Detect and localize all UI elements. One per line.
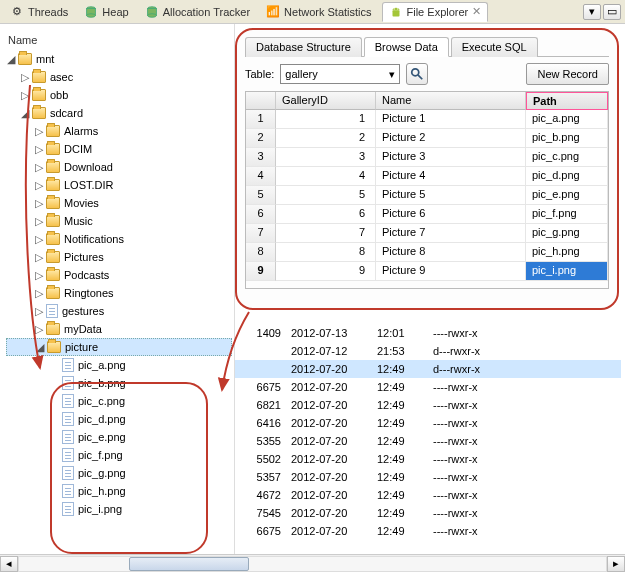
file-permissions: ----rwxr-x <box>433 327 621 339</box>
expand-icon[interactable]: ▷ <box>34 162 44 172</box>
tree-node-lost-dir[interactable]: ▷LOST.DIR <box>6 176 232 194</box>
tree-node-asec[interactable]: ▷asec <box>6 68 232 86</box>
tree-node-pic_i-png[interactable]: pic_i.png <box>6 500 232 518</box>
expand-icon[interactable]: ▷ <box>34 270 44 280</box>
db-col-name[interactable]: Name <box>376 92 526 110</box>
expand-icon[interactable]: ▷ <box>34 324 44 334</box>
tree-node-pic_c-png[interactable]: pic_c.png <box>6 392 232 410</box>
file-detail-row[interactable]: 66752012-07-2012:49----rwxr-x <box>235 378 621 396</box>
scroll-left-button[interactable]: ◂ <box>0 556 18 572</box>
db-row[interactable]: 99Picture 9pic_i.png <box>246 262 608 281</box>
db-row[interactable]: 33Picture 3pic_c.png <box>246 148 608 167</box>
expand-icon[interactable]: ▷ <box>34 306 44 316</box>
expand-icon[interactable]: ▷ <box>34 288 44 298</box>
db-row[interactable]: 22Picture 2pic_b.png <box>246 129 608 148</box>
db-row[interactable]: 66Picture 6pic_f.png <box>246 205 608 224</box>
db-col-galleryid[interactable]: GalleryID <box>276 92 376 110</box>
db-col-path[interactable]: Path <box>526 92 608 110</box>
tree-node-notifications[interactable]: ▷Notifications <box>6 230 232 248</box>
file-detail-row[interactable]: 14092012-07-1312:01----rwxr-x <box>235 324 621 342</box>
expand-icon[interactable]: ▷ <box>34 198 44 208</box>
close-icon[interactable]: ✕ <box>472 5 481 18</box>
tree-node-pic_a-png[interactable]: pic_a.png <box>6 356 232 374</box>
file-detail-row[interactable]: 2012-07-2012:49d---rwxr-x <box>235 360 621 378</box>
db-row[interactable]: 44Picture 4pic_d.png <box>246 167 608 186</box>
expand-icon[interactable]: ▷ <box>34 126 44 136</box>
file-detail-row[interactable]: 53572012-07-2012:49----rwxr-x <box>235 468 621 486</box>
tab-heap[interactable]: Heap <box>78 3 134 21</box>
tree-node-sdcard[interactable]: ◢sdcard <box>6 104 232 122</box>
tree-node-pic_g-png[interactable]: pic_g.png <box>6 464 232 482</box>
tree-node-movies[interactable]: ▷Movies <box>6 194 232 212</box>
expand-icon[interactable]: ▷ <box>34 252 44 262</box>
horizontal-scrollbar[interactable]: ◂ ▸ <box>0 554 625 572</box>
expand-icon[interactable]: ▷ <box>34 144 44 154</box>
tree-node-pic_h-png[interactable]: pic_h.png <box>6 482 232 500</box>
tree-node-picture[interactable]: ◢picture <box>6 338 232 356</box>
tree-node-mnt[interactable]: ◢mnt <box>6 50 232 68</box>
new-record-button[interactable]: New Record <box>526 63 609 85</box>
file-detail-row[interactable]: 2012-07-1221:53d---rwxr-x <box>235 342 621 360</box>
db-cell-path: pic_d.png <box>526 167 608 186</box>
tree-node-pic_d-png[interactable]: pic_d.png <box>6 410 232 428</box>
expand-icon[interactable]: ▷ <box>34 216 44 226</box>
db-row[interactable]: 77Picture 7pic_g.png <box>246 224 608 243</box>
file-detail-row[interactable]: 55022012-07-2012:49----rwxr-x <box>235 450 621 468</box>
search-button[interactable] <box>406 63 428 85</box>
scroll-thumb[interactable] <box>129 557 249 571</box>
file-time: 12:49 <box>377 435 433 447</box>
file-permissions: ----rwxr-x <box>433 399 621 411</box>
file-detail-row[interactable]: 53552012-07-2012:49----rwxr-x <box>235 432 621 450</box>
db-cell-path: pic_a.png <box>526 110 608 129</box>
tree-node-pictures[interactable]: ▷Pictures <box>6 248 232 266</box>
db-data-grid[interactable]: GalleryID Name Path 11Picture 1pic_a.png… <box>245 91 609 289</box>
file-tree[interactable]: ◢mnt ▷asec ▷obb ◢sdcard ▷Alarms▷DCIM▷Dow… <box>0 50 234 518</box>
db-cell-path: pic_c.png <box>526 148 608 167</box>
db-tab-sql[interactable]: Execute SQL <box>451 37 538 57</box>
tab-network-statistics[interactable]: 📶Network Statistics <box>260 3 377 21</box>
tree-node-alarms[interactable]: ▷Alarms <box>6 122 232 140</box>
expand-icon[interactable]: ▷ <box>20 90 30 100</box>
file-time: 12:49 <box>377 363 433 375</box>
tree-node-pic_e-png[interactable]: pic_e.png <box>6 428 232 446</box>
tree-node-pic_f-png[interactable]: pic_f.png <box>6 446 232 464</box>
expand-icon[interactable]: ▷ <box>34 234 44 244</box>
scroll-right-button[interactable]: ▸ <box>607 556 625 572</box>
file-icon <box>62 376 74 390</box>
tree-node-mydata[interactable]: ▷myData <box>6 320 232 338</box>
tree-node-download[interactable]: ▷Download <box>6 158 232 176</box>
db-cell-name: Picture 3 <box>376 148 526 167</box>
tree-node-ringtones[interactable]: ▷Ringtones <box>6 284 232 302</box>
tab-threads[interactable]: ⚙Threads <box>4 3 74 21</box>
file-detail-row[interactable]: 75452012-07-2012:49----rwxr-x <box>235 504 621 522</box>
tree-node-obb[interactable]: ▷obb <box>6 86 232 104</box>
tree-node-pic_b-png[interactable]: pic_b.png <box>6 374 232 392</box>
expand-icon[interactable]: ▷ <box>20 72 30 82</box>
tab-file-explorer[interactable]: File Explorer✕ <box>382 2 489 22</box>
file-detail-row[interactable]: 64162012-07-2012:49----rwxr-x <box>235 414 621 432</box>
view-menu-button[interactable]: ▾ <box>583 4 601 20</box>
tree-node-music[interactable]: ▷Music <box>6 212 232 230</box>
expand-icon[interactable]: ▷ <box>34 180 44 190</box>
tree-node-podcasts[interactable]: ▷Podcasts <box>6 266 232 284</box>
table-select[interactable]: gallery▾ <box>280 64 400 84</box>
db-tab-browse[interactable]: Browse Data <box>364 37 449 57</box>
db-row[interactable]: 88Picture 8pic_h.png <box>246 243 608 262</box>
db-col-rownum[interactable] <box>246 92 276 110</box>
collapse-icon[interactable]: ◢ <box>6 54 16 64</box>
db-cell-galleryid: 8 <box>276 243 376 262</box>
collapse-icon[interactable]: ◢ <box>20 108 30 118</box>
db-row[interactable]: 11Picture 1pic_a.png <box>246 110 608 129</box>
tree-node-gestures[interactable]: ▷gestures <box>6 302 232 320</box>
db-cell-galleryid: 7 <box>276 224 376 243</box>
tree-node-dcim[interactable]: ▷DCIM <box>6 140 232 158</box>
db-row[interactable]: 55Picture 5pic_e.png <box>246 186 608 205</box>
minimize-button[interactable]: ▭ <box>603 4 621 20</box>
file-detail-row[interactable]: 68212012-07-2012:49----rwxr-x <box>235 396 621 414</box>
tab-allocation-tracker[interactable]: Allocation Tracker <box>139 3 256 21</box>
scroll-track[interactable] <box>18 556 607 572</box>
collapse-icon[interactable]: ◢ <box>35 342 45 352</box>
db-tab-structure[interactable]: Database Structure <box>245 37 362 57</box>
file-detail-row[interactable]: 66752012-07-2012:49----rwxr-x <box>235 522 621 540</box>
file-detail-row[interactable]: 46722012-07-2012:49----rwxr-x <box>235 486 621 504</box>
